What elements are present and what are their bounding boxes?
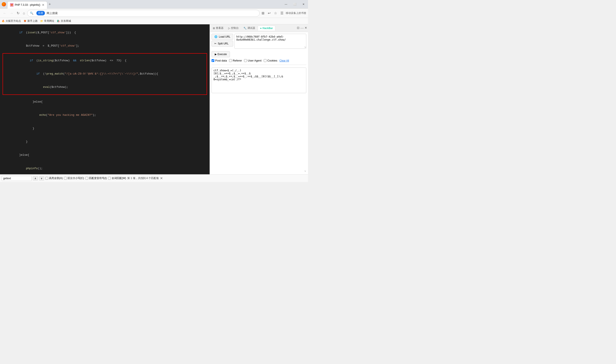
execute-icon: ▶ (215, 53, 217, 56)
panel-expand-icon[interactable]: ⊡ (297, 26, 300, 30)
bookmark-icon-0: 🔥 (2, 20, 5, 22)
bookmark-label-3: 京东商城 (61, 19, 71, 23)
search-input[interactable] (2, 176, 32, 181)
diacritic-option[interactable]: 匹配变音符号(I) (85, 176, 107, 180)
title-bar: 🦊 PHP 7.3.33 - phpinfo() ✕ + — ⬜ ✕ (0, 0, 308, 9)
execute-label: Execute (218, 53, 227, 56)
code-area: if (isset($_POST['ctf_show'])) { $ctfsho… (0, 24, 210, 174)
tab-debugger[interactable]: 🔧 调试器 (241, 26, 257, 31)
whole-word-check[interactable] (108, 177, 111, 180)
address-bar[interactable]: 🔍 百度 网上搜索 (27, 10, 260, 17)
window-controls: — ⬜ ✕ (283, 2, 306, 6)
address-tab-badge[interactable]: 百度 (36, 11, 45, 15)
split-url-icon: ✂ (214, 42, 217, 45)
cookies-check[interactable] (264, 59, 266, 62)
bookmarks-bar: 🔥 火狐官方站点 🦊 新手上路 📁 常用网址 🛍️ 京东商城 (0, 18, 308, 24)
bookmark-label-0: 火狐官方站点 (6, 19, 21, 23)
user-agent-check[interactable] (244, 59, 247, 62)
bookmark-item-jingdong[interactable]: 🛍️ 京东商城 (57, 19, 71, 23)
search-result-text: 第 1 项，共找到 4 个匹配项 (127, 176, 159, 180)
execute-button[interactable]: ▶ Execute (212, 51, 230, 57)
tab-console[interactable]: ▷ 控制台 (226, 26, 241, 31)
case-sensitive-check[interactable] (64, 177, 67, 180)
highlight-all-label: 高亮全部(A) (49, 176, 63, 180)
referer-label: Referer (233, 59, 242, 62)
user-agent-checkbox[interactable]: User Agent (244, 59, 261, 62)
url-input[interactable] (234, 34, 306, 49)
panel-more-icon[interactable]: ⋯ (300, 26, 304, 30)
tab-hackbar[interactable]: ● HackBar (258, 26, 275, 31)
code-line-3: if (is_string($ctfshow) && strlen($ctfsh… (3, 54, 207, 67)
split-url-button[interactable]: ✂ Split URL (212, 40, 233, 47)
tab-console-icon: ▷ (228, 27, 230, 30)
post-data-wrap: ⇲ (212, 67, 306, 173)
search-up-button[interactable]: ∧ (33, 176, 38, 181)
hackbar-dot-icon: ● (260, 27, 261, 30)
diacritic-check[interactable] (85, 177, 88, 180)
maximize-button[interactable]: ⬜ (291, 2, 298, 6)
code-line-2: $ctfshow = $_POST['ctf_show']; (2, 39, 207, 52)
bookmark-item-huowu[interactable]: 🔥 火狐官方站点 (2, 19, 21, 23)
cookies-checkbox[interactable]: Cookies (264, 59, 277, 62)
highlight-all-check[interactable] (45, 177, 48, 180)
active-tab[interactable]: 🦊 PHP 7.3.33 - phpinfo() ✕ (7, 1, 47, 9)
hackbar-tabs: ⊞ 查看器 ▷ 控制台 🔧 调试器 ● HackBar ⊡ ⋯ (210, 24, 308, 32)
code-line-7: echo("Are you hacking me AGAIN?"); (2, 108, 207, 122)
referer-check[interactable] (229, 59, 232, 62)
close-button[interactable]: ✕ (301, 2, 306, 6)
address-search-text[interactable]: 网上搜索 (47, 11, 58, 15)
search-down-button[interactable]: ∨ (39, 176, 44, 181)
nav-right-controls: ⊞ ↩ ☆ ☰ 移动设备上的书签 (260, 10, 306, 16)
main-area: if (isset($_POST['ctf_show'])) { $ctfsho… (0, 24, 308, 174)
cookies-label: Cookies (267, 59, 277, 62)
whole-word-option[interactable]: 全词匹配(W) (108, 176, 126, 180)
bookmark-item-xinshoulv[interactable]: 🦊 新手上路 (24, 19, 38, 23)
referer-checkbox[interactable]: Referer (229, 59, 242, 62)
search-close-button[interactable]: ✕ (160, 176, 163, 180)
url-buttons: 🌐 Load URL ✂ Split URL (212, 34, 233, 49)
hackbar-panel: ⊞ 查看器 ▷ 控制台 🔧 调试器 ● HackBar ⊡ ⋯ (210, 24, 308, 174)
bookmark-icon-3: 🛍️ (57, 20, 60, 22)
home-button[interactable]: ⌂ (22, 11, 26, 16)
extensions-button[interactable]: ⊞ (260, 10, 265, 16)
execute-row: ▶ Execute (212, 51, 306, 57)
new-tab-button[interactable]: + (49, 2, 51, 6)
highlighted-code-block: if (is_string($ctfshow) && strlen($ctfsh… (2, 53, 207, 95)
load-url-icon: 🌐 (214, 35, 218, 38)
panel-close-icon[interactable]: ✕ (305, 26, 307, 30)
tab-close-button[interactable]: ✕ (42, 3, 44, 7)
menu-button[interactable]: ☰ (279, 10, 285, 16)
tab-viewer[interactable]: ⊞ 查看器 (211, 26, 226, 31)
tab-title: PHP 7.3.33 - phpinfo() (15, 3, 40, 6)
post-data-checkbox[interactable]: Post data (212, 59, 227, 62)
page-content: if (isset($_POST['ctf_show'])) { $ctfsho… (0, 24, 210, 174)
code-line-1: if (isset($_POST['ctf_show'])) { (2, 26, 207, 39)
load-url-button[interactable]: 🌐 Load URL (212, 34, 233, 40)
diacritic-label: 匹配变音符号(I) (89, 176, 107, 180)
post-data-label: Post data (215, 59, 227, 62)
minimize-button[interactable]: — (283, 2, 289, 6)
code-line-11: phpinfo(); (2, 162, 207, 174)
case-sensitive-label: 区分大小写(C) (68, 176, 84, 180)
undo-button[interactable]: ↩ (267, 10, 272, 16)
user-agent-label: User Agent (248, 59, 261, 62)
bookmark-item-changyong[interactable]: 📁 常用网址 (40, 19, 54, 23)
url-section: 🌐 Load URL ✂ Split URL ⇲ (212, 34, 306, 49)
url-row: 🌐 Load URL ✂ Split URL ⇲ (212, 34, 306, 49)
tab-debugger-icon: 🔧 (243, 27, 246, 30)
highlight-all-option[interactable]: 高亮全部(A) (45, 176, 63, 180)
clear-all-button[interactable]: Clear All (280, 59, 289, 62)
refresh-button[interactable]: ↻ (15, 10, 21, 16)
case-sensitive-option[interactable]: 区分大小写(C) (64, 176, 84, 180)
forward-button[interactable]: → (9, 11, 14, 16)
back-button[interactable]: ← (2, 11, 8, 16)
code-line-6: }else{ (2, 95, 207, 108)
bookmark-star-button[interactable]: ☆ (273, 10, 278, 16)
post-data-input[interactable] (212, 67, 306, 93)
tab-hackbar-label: HackBar (262, 27, 273, 30)
tab-viewer-label: 查看器 (216, 26, 223, 30)
post-data-check[interactable] (212, 59, 214, 62)
hackbar-panel-controls: ⊡ ⋯ ✕ (297, 26, 307, 30)
code-line-9: } (2, 135, 207, 148)
code-line-8: } (2, 122, 207, 135)
